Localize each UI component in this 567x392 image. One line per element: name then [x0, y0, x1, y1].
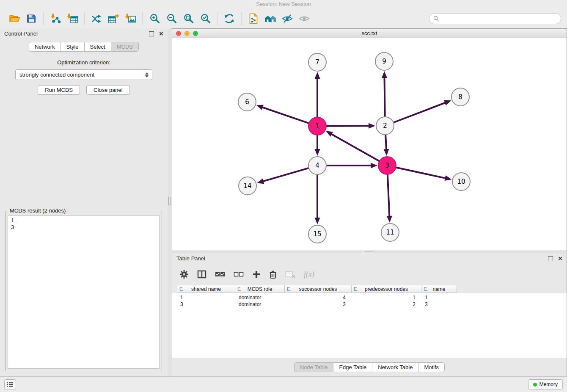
graph-node-11[interactable]: 11 [381, 224, 399, 241]
tab-network-table[interactable]: Network Table [372, 362, 418, 372]
document-network-button[interactable] [245, 11, 262, 26]
save-session-button[interactable] [23, 11, 40, 26]
graph-node-2[interactable]: 2 [376, 117, 394, 135]
table-body[interactable]: 1dominator4113dominator323 [172, 293, 567, 358]
graph-node-14[interactable]: 14 [239, 177, 256, 195]
import-table-button[interactable] [64, 11, 81, 26]
graph-edge-2-3[interactable] [385, 135, 386, 150]
tab-motifs[interactable]: Motifs [418, 362, 445, 372]
select-all-columns-button[interactable] [215, 271, 225, 278]
table-cell: dominator [235, 301, 285, 308]
select-all-icon [215, 271, 225, 278]
column-browser-button[interactable] [197, 270, 206, 279]
float-window-icon[interactable] [548, 256, 553, 261]
table-tabs: Node TableEdge TableNetwork TableMotifs [294, 362, 445, 372]
run-mcds-button[interactable]: Run MCDS [38, 85, 80, 95]
graph-edge-3-10[interactable] [396, 167, 446, 178]
mcds-result-list[interactable]: 13 [8, 215, 160, 369]
sort-icon [237, 287, 242, 293]
table-settings-button[interactable] [179, 270, 189, 279]
refresh-button[interactable] [221, 11, 238, 26]
vertical-splitter[interactable] [168, 28, 172, 377]
open-session-button[interactable] [6, 11, 23, 26]
show-details-button[interactable] [296, 11, 313, 26]
function-builder-button[interactable]: f(x) [304, 270, 314, 279]
network-tools-button[interactable] [88, 11, 105, 26]
graph-edge-2-9[interactable] [384, 77, 385, 117]
zoom-selected-button[interactable] [197, 11, 214, 26]
column-header-successor-nodes[interactable]: successor nodes [285, 285, 352, 293]
network-overview-button[interactable] [262, 11, 279, 26]
graph-edge-arrowhead [371, 163, 377, 168]
zoom-in-button[interactable] [146, 11, 163, 26]
result-item[interactable]: 1 [11, 217, 156, 224]
graph-edge-3-11[interactable] [388, 174, 389, 217]
close-panel-button[interactable]: Close panel [86, 85, 130, 95]
zoom-fit-button[interactable] [180, 11, 197, 26]
column-header-predecessor-nodes[interactable]: predecessor nodes [352, 285, 421, 293]
memory-status-dot [533, 383, 537, 386]
svg-text:3: 3 [385, 162, 389, 169]
graph-node-10[interactable]: 10 [452, 173, 470, 190]
graph-node-15[interactable]: 15 [308, 225, 326, 243]
table-row[interactable]: 3dominator323 [177, 301, 567, 308]
table-panel: Table Panel [172, 253, 567, 377]
window-zoom-button[interactable] [193, 31, 198, 36]
network-graph[interactable]: 7968124314101511 [172, 38, 567, 251]
delete-table-button[interactable] [285, 270, 295, 279]
graph-node-8[interactable]: 8 [451, 88, 469, 106]
main-toolbar [0, 8, 567, 29]
table-row[interactable]: 1dominator411 [177, 294, 567, 301]
graph-edge-2-8[interactable] [394, 102, 446, 122]
svg-text:10: 10 [457, 178, 465, 185]
close-panel-icon[interactable] [558, 255, 562, 262]
graph-edge-1-6[interactable] [262, 107, 309, 123]
status-list-button[interactable] [4, 379, 16, 389]
window-close-button[interactable] [176, 31, 181, 36]
column-header-mcds-role[interactable]: MCDS role [235, 285, 285, 293]
search-input[interactable] [441, 15, 557, 22]
close-panel-icon[interactable] [159, 30, 163, 37]
network-window-titlebar: scc.txt [172, 29, 567, 38]
tab-select[interactable]: Select [84, 42, 111, 52]
zoom-out-button[interactable] [163, 11, 180, 26]
delete-column-button[interactable] [269, 270, 277, 279]
tab-network[interactable]: Network [29, 42, 61, 52]
column-header-label: predecessor nodes [365, 286, 408, 292]
sort-icon [287, 287, 292, 293]
graph-node-3[interactable]: 3 [378, 157, 396, 174]
tab-edge-table[interactable]: Edge Table [333, 362, 372, 372]
window-minimize-button[interactable] [184, 31, 190, 36]
add-column-button[interactable] [252, 270, 261, 279]
graph-node-7[interactable]: 7 [308, 53, 326, 71]
result-item[interactable]: 3 [11, 224, 156, 231]
graph-edge-3-1[interactable] [331, 134, 379, 161]
hide-details-icon [282, 14, 293, 24]
tab-style[interactable]: Style [61, 42, 85, 52]
search-box[interactable] [429, 13, 561, 24]
column-header-shared-name[interactable]: shared name [177, 285, 235, 293]
svg-text:4: 4 [315, 162, 319, 169]
export-table-button[interactable] [105, 11, 122, 26]
tab-node-table[interactable]: Node Table [294, 362, 334, 372]
network-window-title: scc.txt [172, 30, 567, 36]
unselect-all-columns-button[interactable] [234, 271, 244, 278]
import-network-button[interactable] [47, 11, 64, 26]
column-header-name[interactable]: name [421, 285, 457, 293]
hide-details-button[interactable] [279, 11, 296, 26]
graph-edge-1-2[interactable] [326, 126, 369, 126]
graph-node-6[interactable]: 6 [238, 93, 256, 111]
open-folder-icon [9, 14, 20, 24]
export-image-button[interactable] [122, 11, 139, 26]
graph-node-1[interactable]: 1 [308, 117, 326, 135]
graph-node-9[interactable]: 9 [375, 52, 393, 70]
control-panel: Control Panel NetworkStyleSelectMCDS Opt… [0, 28, 168, 377]
float-window-icon[interactable] [149, 31, 154, 36]
memory-button[interactable]: Memory [528, 379, 563, 389]
optimization-select[interactable]: strongly connected component [15, 69, 152, 80]
tab-mcds[interactable]: MCDS [111, 42, 139, 52]
application-window: Session: New Session [0, 0, 567, 392]
graph-node-4[interactable]: 4 [308, 157, 326, 174]
svg-text:1: 1 [315, 122, 319, 130]
graph-edge-4-14[interactable] [263, 168, 309, 182]
